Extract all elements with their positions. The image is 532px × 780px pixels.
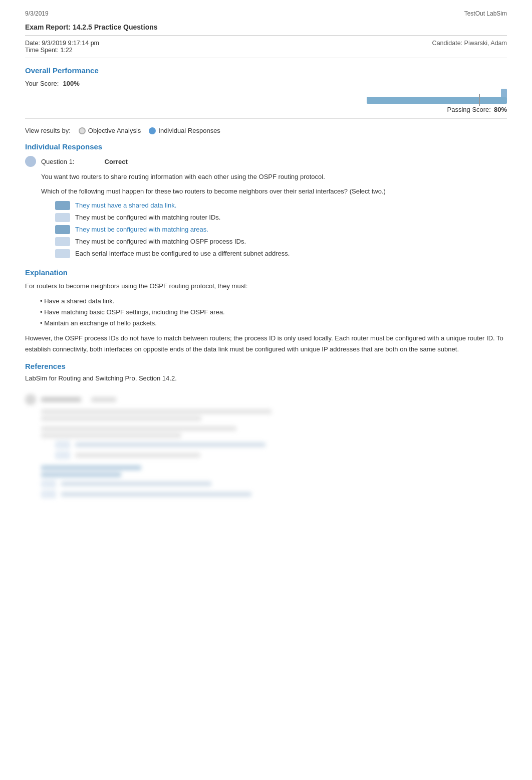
view-results-label: View results by: bbox=[25, 127, 71, 134]
your-score-value: 100% bbox=[63, 80, 79, 87]
bullet-2: Have matching basic OSPF settings, inclu… bbox=[40, 307, 507, 318]
explanation-bullets: Have a shared data link. Have matching b… bbox=[40, 296, 507, 329]
question-1-status: Correct bbox=[105, 158, 128, 165]
score-row: Your Score: 100% bbox=[25, 80, 347, 87]
header-divider bbox=[25, 58, 507, 58]
overall-performance-title: Overall Performance bbox=[25, 66, 507, 75]
answer-box-1-1 bbox=[55, 201, 70, 210]
blurred-question-2 bbox=[25, 394, 507, 498]
radio-individual-label: Individual Responses bbox=[158, 127, 220, 134]
app-name: TestOut LabSim bbox=[464, 10, 507, 17]
answer-box-1-3 bbox=[55, 225, 70, 234]
answer-text-1-2: They must be configured with matching ro… bbox=[75, 214, 220, 221]
answer-text-1-1: They must have a shared data link. bbox=[75, 202, 176, 209]
section-divider-1 bbox=[25, 118, 507, 119]
bullet-3: Maintain an exchange of hello packets. bbox=[40, 318, 507, 329]
explanation-intro: For routers to become neighbors using th… bbox=[25, 281, 507, 292]
individual-responses-title: Individual Responses bbox=[25, 142, 507, 151]
score-indicator bbox=[501, 89, 507, 97]
answer-text-1-4: They must be configured with matching OS… bbox=[75, 238, 246, 245]
explanation-title: Explanation bbox=[25, 268, 507, 277]
candidate: Candidate: Piwarski, Adam bbox=[432, 40, 507, 54]
date-printed: 9/3/2019 bbox=[25, 10, 49, 17]
your-score-label: Your Score: bbox=[25, 80, 59, 87]
passing-score-value: 80% bbox=[494, 106, 507, 113]
answer-1-4: They must be configured with matching OS… bbox=[55, 237, 507, 246]
question-1-block: Question 1: Correct You want two routers… bbox=[25, 156, 507, 258]
passing-score-row: Passing Score: 80% bbox=[447, 106, 507, 113]
passing-marker bbox=[479, 94, 480, 106]
radio-objective[interactable]: Objective Analysis bbox=[79, 127, 141, 134]
page-header: 9/3/2019 TestOut LabSim bbox=[25, 10, 507, 17]
meta-row: Date: 9/3/2019 9:17:14 pm Time Spent: 1:… bbox=[25, 40, 507, 54]
answer-1-3: They must be configured with matching ar… bbox=[55, 225, 507, 234]
answer-box-1-5 bbox=[55, 249, 70, 258]
passing-score-label: Passing Score: bbox=[447, 106, 491, 113]
bar-fill bbox=[367, 97, 507, 104]
view-results-row: View results by: Objective Analysis Indi… bbox=[25, 127, 507, 134]
exam-date: Date: 9/3/2019 9:17:14 pm bbox=[25, 40, 99, 47]
question-1-text-1: You want two routers to share routing in… bbox=[41, 172, 507, 182]
answer-box-1-4 bbox=[55, 237, 70, 246]
radio-circle-individual bbox=[149, 127, 156, 134]
question-1-text-2: Which of the following must happen for t… bbox=[41, 186, 507, 197]
references-text: LabSim for Routing and Switching Pro, Se… bbox=[25, 373, 507, 384]
question-1-icon bbox=[25, 156, 36, 167]
answer-1-2: They must be configured with matching ro… bbox=[55, 213, 507, 222]
meta-left: Date: 9/3/2019 9:17:14 pm Time Spent: 1:… bbox=[25, 40, 99, 54]
bullet-1: Have a shared data link. bbox=[40, 296, 507, 307]
answer-box-1-2 bbox=[55, 213, 70, 222]
question-1-header: Question 1: Correct bbox=[25, 156, 507, 167]
radio-individual[interactable]: Individual Responses bbox=[149, 127, 220, 134]
answer-text-1-3: They must be configured with matching ar… bbox=[75, 226, 208, 233]
answer-text-1-5: Each serial interface must be configured… bbox=[75, 250, 290, 257]
time-spent: Time Spent: 1:22 bbox=[25, 47, 99, 54]
question-1-label: Question 1: bbox=[41, 158, 75, 165]
answer-1-1: They must have a shared data link. bbox=[55, 201, 507, 210]
radio-objective-label: Objective Analysis bbox=[88, 127, 141, 134]
exam-title: Exam Report: 14.2.5 Practice Questions bbox=[25, 23, 507, 36]
answer-1-5: Each serial interface must be configured… bbox=[55, 249, 507, 258]
radio-circle-objective bbox=[79, 127, 86, 134]
references-title: References bbox=[25, 362, 507, 370]
explanation-body: However, the OSPF process IDs do not hav… bbox=[25, 333, 507, 355]
